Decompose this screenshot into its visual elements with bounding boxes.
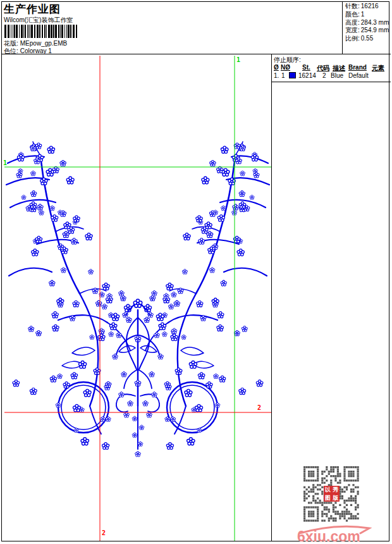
colorway-label: 色位: bbox=[4, 47, 18, 54]
watermark: 6xiu.com bbox=[296, 523, 384, 544]
pattern-value: MEpow_gp.EMB bbox=[20, 40, 67, 47]
stop-sequence-title: 停止顺序: bbox=[274, 56, 301, 65]
svg-text:1: 1 bbox=[3, 159, 7, 166]
watermark-text: 6xiu.com bbox=[297, 528, 360, 544]
svg-text:2: 2 bbox=[102, 529, 106, 536]
barcode bbox=[4, 25, 80, 38]
studio-name: Wilcom(汇宝)装饰工作室 bbox=[4, 16, 73, 25]
stat-height: 高度:284.3 mm bbox=[345, 19, 391, 27]
stat-stitches: 针数:16216 bbox=[345, 3, 391, 11]
thread-color-swatch bbox=[289, 72, 296, 78]
stat-colors: 颜色:1 bbox=[345, 11, 391, 19]
stop-sequence-table: 停止顺序: Ø NØ St. 代码 描述 Brand 元素 1. 1 16214… bbox=[272, 54, 391, 82]
embroidery-design-canvas: 1122 bbox=[1, 54, 272, 541]
stat-scale: 比例:0.55 bbox=[345, 35, 391, 43]
qr-code: 以秀 图版 bbox=[303, 466, 359, 522]
worksheet-header: 生产作业图 Wilcom(汇宝)装饰工作室 花版:MEpow_gp.EMB 色位… bbox=[1, 1, 391, 54]
right-panel: 停止顺序: Ø NØ St. 代码 描述 Brand 元素 1. 1 16214… bbox=[272, 54, 391, 541]
svg-text:1: 1 bbox=[236, 56, 240, 63]
svg-text:2: 2 bbox=[257, 404, 261, 411]
stat-width: 宽度:254.9 mm bbox=[345, 27, 391, 35]
qr-seal-stamp: 以秀 图版 bbox=[324, 486, 340, 502]
page-title: 生产作业图 bbox=[4, 2, 61, 16]
embroidery-design: 1122 bbox=[1, 54, 271, 541]
colorway-value: Colorway 1 bbox=[20, 47, 52, 54]
pattern-label: 花版: bbox=[4, 40, 18, 47]
design-stats-panel: 针数:16216 颜色:1 高度:284.3 mm 宽度:254.9 mm 比例… bbox=[342, 1, 391, 54]
